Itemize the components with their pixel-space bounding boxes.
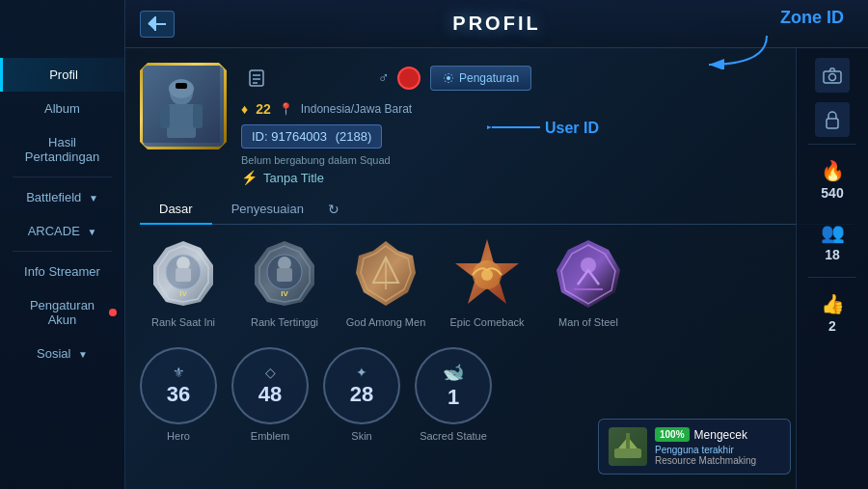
- progress-badge: 100%: [655, 427, 690, 442]
- like-count: 2: [828, 318, 836, 334]
- page-title: PROFIL: [452, 13, 540, 35]
- badge-label-god-among-men: God Among Men: [346, 316, 426, 328]
- fire-count: 540: [821, 185, 843, 201]
- profile-info: ♂ Pengaturan ♦ 22 📍 Indonesia/Jawa Bar: [241, 63, 854, 185]
- svg-rect-39: [827, 119, 838, 128]
- like-icon: 👍: [821, 292, 845, 315]
- notification-popup: 100% Mengecek Pengguna terakhir Resource…: [598, 419, 791, 475]
- skin-icon: ✦: [356, 365, 367, 380]
- hero-count: 36: [167, 382, 190, 407]
- tab-penyesuaian[interactable]: Penyesuaian: [212, 195, 323, 224]
- user-id-box: ID: 91764003 (2188): [241, 124, 382, 149]
- gender-icon: ♂: [378, 69, 390, 87]
- notif-content: 100% Mengecek Pengguna terakhir Resource…: [655, 427, 780, 466]
- right-stat-like: 👍 2: [821, 285, 845, 341]
- lock-icon[interactable]: [815, 102, 850, 137]
- stat-hero: ⚜ 36 Hero: [140, 347, 217, 442]
- sidebar-item-pengaturan-akun[interactable]: Pengaturan Akun: [0, 288, 124, 337]
- chevron-down-icon: ▼: [89, 193, 98, 204]
- sidebar-item-sosial[interactable]: Sosial ▼: [0, 337, 124, 370]
- notif-sub: Resource Matchmaking: [655, 455, 780, 466]
- sidebar-item-battlefield[interactable]: Battlefield ▼: [0, 180, 124, 214]
- right-panel-sep-1: [808, 144, 856, 145]
- group-count: 18: [825, 247, 840, 262]
- badges-row: IV Rank Saat Ini: [140, 236, 854, 328]
- notif-avatar: [609, 427, 647, 466]
- zone-id-arrow: [699, 31, 776, 73]
- svg-rect-4: [167, 104, 196, 138]
- chevron-down-icon: ▼: [78, 349, 88, 360]
- emblem-count: 48: [258, 382, 282, 407]
- sidebar: Profil Album Hasil Pertandingan Battlefi…: [0, 0, 125, 489]
- avatar: [143, 66, 224, 147]
- document-icon[interactable]: [241, 63, 272, 94]
- stat-sacred-statue: 🐋 1 Sacred Statue: [415, 347, 492, 442]
- level-row: ♦ 22 📍 Indonesia/Jawa Barat: [241, 101, 412, 117]
- svg-text:IV: IV: [179, 289, 187, 298]
- svg-point-38: [829, 74, 836, 81]
- badge-label-rank-tertinggi: Rank Tertinggi: [251, 316, 318, 328]
- badge-rank-saat-ini: IV Rank Saat Ini: [140, 236, 227, 328]
- location-icon: 📍: [279, 102, 293, 116]
- record-button[interactable]: [397, 67, 420, 90]
- hero-circle: ⚜ 36: [140, 347, 217, 424]
- svg-rect-8: [176, 83, 187, 89]
- sacred-statue-count: 1: [448, 385, 459, 410]
- notif-header: 100% Mengecek: [655, 427, 780, 442]
- refresh-icon[interactable]: ↻: [328, 195, 339, 224]
- avatar-border: [140, 63, 227, 149]
- profile-header: ♂ Pengaturan ♦ 22 📍 Indonesia/Jawa Bar: [140, 63, 854, 185]
- sidebar-item-arcade[interactable]: ARCADE ▼: [0, 214, 124, 248]
- badge-rank-tertinggi: IV Rank Tertinggi: [241, 236, 328, 328]
- sacred-statue-label: Sacred Statue: [420, 430, 487, 442]
- sidebar-divider-2: [13, 251, 112, 252]
- skin-circle: ✦ 28: [323, 347, 400, 424]
- badge-label-rank-saat-ini: Rank Saat Ini: [151, 316, 215, 328]
- squad-text: Belum bergabung dalam Squad: [241, 154, 854, 166]
- sacred-statue-icon: 🐋: [443, 362, 464, 383]
- badge-epic-comeback: Epic Comeback: [444, 236, 530, 328]
- group-icon: 👥: [821, 221, 845, 244]
- sidebar-item-hasil[interactable]: Hasil Pertandingan: [0, 125, 124, 174]
- svg-text:IV: IV: [281, 289, 288, 298]
- right-panel-sep-2: [808, 277, 856, 278]
- zone-text: (2188): [336, 129, 372, 144]
- emblem-circle: ◇ 48: [231, 347, 309, 424]
- location-text: Indonesia/Jawa Barat: [301, 102, 412, 116]
- level-icon: ♦: [241, 101, 248, 117]
- svg-rect-5: [160, 104, 170, 128]
- stat-skin: ✦ 28 Skin: [323, 347, 400, 442]
- back-button[interactable]: [140, 11, 175, 38]
- sidebar-item-info-streamer[interactable]: Info Streamer: [0, 255, 124, 288]
- sidebar-item-album[interactable]: Album: [0, 92, 124, 125]
- emblem-label: Emblem: [251, 430, 289, 442]
- notif-title: Pengguna terakhir: [655, 445, 780, 455]
- rank-saat-ini-badge: IV: [148, 236, 220, 309]
- notification-dot: [109, 309, 117, 316]
- stat-emblem: ◇ 48 Emblem: [231, 347, 309, 442]
- badge-man-of-steel: Man of Steel: [545, 236, 632, 328]
- svg-point-25: [278, 257, 291, 270]
- skin-count: 28: [350, 382, 373, 407]
- level-number: 22: [256, 101, 271, 117]
- tab-dasar[interactable]: Dasar: [140, 195, 212, 225]
- right-panel: 🔥 540 👥 18 👍 2: [796, 48, 868, 489]
- svg-rect-42: [626, 433, 630, 448]
- skin-label: Skin: [351, 430, 371, 442]
- epic-comeback-badge: [451, 236, 524, 309]
- title-text: Tanpa Title: [263, 171, 324, 185]
- man-of-steel-badge: [553, 236, 625, 309]
- svg-point-19: [176, 257, 190, 270]
- svg-rect-6: [193, 104, 203, 128]
- badge-god-among-men: God Among Men: [342, 236, 429, 328]
- svg-rect-26: [277, 268, 292, 282]
- title-row: ⚡ Tanpa Title: [241, 170, 854, 185]
- hero-label: Hero: [167, 430, 190, 442]
- svg-rect-20: [176, 268, 191, 282]
- action-icons: ♂: [378, 67, 420, 90]
- camera-icon[interactable]: [815, 58, 850, 93]
- svg-marker-33: [556, 240, 620, 308]
- settings-button[interactable]: Pengaturan: [430, 66, 531, 91]
- title-icon: ⚡: [241, 170, 258, 185]
- sidebar-item-profil[interactable]: Profil: [0, 58, 124, 92]
